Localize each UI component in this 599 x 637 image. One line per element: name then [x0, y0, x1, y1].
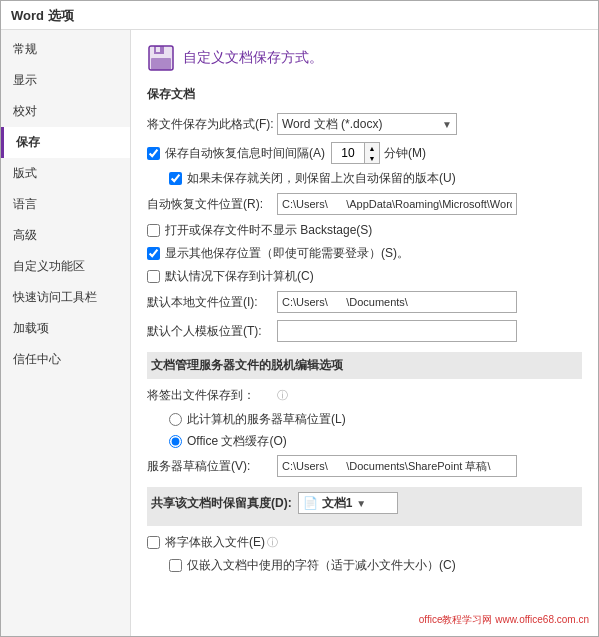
- format-label: 将文件保存为此格式(F):: [147, 116, 277, 133]
- radio-office-label: Office 文档缓存(O): [187, 433, 287, 450]
- server-path-label: 服务器草稿位置(V):: [147, 458, 277, 475]
- minutes-label: 分钟(M): [384, 145, 426, 162]
- embed-used-checkbox[interactable]: [169, 559, 182, 572]
- spin-up[interactable]: ▲: [365, 143, 379, 153]
- shared-row: 共享该文档时保留真度(D): 📄 文档1 ▼: [151, 492, 582, 514]
- section-shared-area: 共享该文档时保留真度(D): 📄 文档1 ▼: [147, 487, 582, 526]
- autosave-minutes-input[interactable]: 10: [332, 143, 364, 163]
- main-panel: 自定义文档保存方式。 保存文档 将文件保存为此格式(F): Word 文档 (*…: [131, 30, 598, 636]
- local-path-input[interactable]: C:\Users\ \Documents\: [277, 291, 517, 313]
- recovery-row: 自动恢复文件位置(R): C:\Users\ \AppData\Roaming\…: [147, 193, 582, 215]
- embed-used-row: 仅嵌入文档中使用的字符（适于减小文件大小）(C): [169, 557, 582, 574]
- doc-icon: 📄: [303, 496, 318, 510]
- section-save-title: 保存文档: [147, 86, 582, 105]
- local-path-label: 默认本地文件位置(I):: [147, 294, 277, 311]
- show-locations-checkbox[interactable]: [147, 247, 160, 260]
- template-path-row: 默认个人模板位置(T):: [147, 320, 582, 342]
- main-header-text: 自定义文档保存方式。: [183, 49, 323, 67]
- shared-doc-value: 文档1: [322, 495, 353, 512]
- checkedout-label: 将签出文件保存到：: [147, 387, 277, 404]
- server-path-input[interactable]: C:\Users\ \Documents\SharePoint 草稿\: [277, 455, 517, 477]
- radio-server-label: 此计算机的服务器草稿位置(L): [187, 411, 346, 428]
- local-path-row: 默认本地文件位置(I): C:\Users\ \Documents\: [147, 291, 582, 313]
- embed-used-label: 仅嵌入文档中使用的字符（适于减小文件大小）(C): [187, 557, 456, 574]
- svg-rect-3: [156, 47, 160, 52]
- embed-fonts-info-icon: ⓘ: [267, 535, 278, 550]
- format-dropdown[interactable]: Word 文档 (*.docx) ▼: [277, 113, 457, 135]
- save-local-row: 默认情况下保存到计算机(C): [147, 268, 582, 285]
- recovery-path-input[interactable]: C:\Users\ \AppData\Roaming\Microsoft\Wor…: [277, 193, 517, 215]
- radio-office[interactable]: [169, 435, 182, 448]
- sidebar-item-加载项[interactable]: 加载项: [1, 313, 130, 344]
- keep-last-checkbox[interactable]: [169, 172, 182, 185]
- sidebar-item-显示[interactable]: 显示: [1, 65, 130, 96]
- main-header: 自定义文档保存方式。: [147, 44, 582, 72]
- format-value: Word 文档 (*.docx): [282, 116, 438, 133]
- save-icon: [147, 44, 175, 72]
- title-bar: Word 选项: [1, 1, 598, 30]
- embed-fonts-row: 将字体嵌入文件(E) ⓘ: [147, 534, 582, 551]
- watermark: office教程学习网 www.office68.com.cn: [419, 613, 589, 627]
- section-shared-title: 共享该文档时保留真度(D):: [151, 495, 292, 512]
- autosave-spinner[interactable]: 10 ▲ ▼: [331, 142, 380, 164]
- template-path-input[interactable]: [277, 320, 517, 342]
- sidebar: 常规显示校对保存版式语言高级自定义功能区快速访问工具栏加载项信任中心: [1, 30, 131, 636]
- autosave-row: 保存自动恢复信息时间间隔(A) 10 ▲ ▼ 分钟(M): [147, 142, 582, 164]
- template-label: 默认个人模板位置(T):: [147, 323, 277, 340]
- sidebar-item-自定义功能区[interactable]: 自定义功能区: [1, 251, 130, 282]
- sidebar-item-常规[interactable]: 常规: [1, 34, 130, 65]
- no-backstage-row: 打开或保存文件时不显示 Backstage(S): [147, 222, 582, 239]
- window-title: Word 选项: [11, 8, 74, 23]
- radio-office-row: Office 文档缓存(O): [169, 433, 582, 450]
- save-local-checkbox[interactable]: [147, 270, 160, 283]
- section-server-title: 文档管理服务器文件的脱机编辑选项: [147, 352, 582, 379]
- embed-fonts-checkbox[interactable]: [147, 536, 160, 549]
- spin-buttons: ▲ ▼: [364, 143, 379, 163]
- radio-server-row: 此计算机的服务器草稿位置(L): [169, 411, 582, 428]
- spin-down[interactable]: ▼: [365, 153, 379, 163]
- format-row: 将文件保存为此格式(F): Word 文档 (*.docx) ▼: [147, 113, 582, 135]
- show-locations-row: 显示其他保存位置（即使可能需要登录）(S)。: [147, 245, 582, 262]
- keep-last-label: 如果未保存就关闭，则保留上次自动保留的版本(U): [187, 170, 456, 187]
- autosave-label: 保存自动恢复信息时间间隔(A): [165, 145, 325, 162]
- save-local-label: 默认情况下保存到计算机(C): [165, 268, 314, 285]
- sidebar-item-版式[interactable]: 版式: [1, 158, 130, 189]
- shared-dropdown[interactable]: 📄 文档1 ▼: [298, 492, 398, 514]
- radio-server[interactable]: [169, 413, 182, 426]
- shared-dropdown-arrow: ▼: [356, 498, 366, 509]
- sidebar-item-信任中心[interactable]: 信任中心: [1, 344, 130, 375]
- content-area: 常规显示校对保存版式语言高级自定义功能区快速访问工具栏加载项信任中心 自定义文档…: [1, 30, 598, 636]
- server-path-row: 服务器草稿位置(V): C:\Users\ \Documents\SharePo…: [147, 455, 582, 477]
- info-icon: ⓘ: [277, 388, 288, 403]
- checkedout-row: 将签出文件保存到： ⓘ: [147, 387, 582, 404]
- no-backstage-checkbox[interactable]: [147, 224, 160, 237]
- sidebar-item-高级[interactable]: 高级: [1, 220, 130, 251]
- show-locations-label: 显示其他保存位置（即使可能需要登录）(S)。: [165, 245, 409, 262]
- sidebar-item-快速访问工具栏[interactable]: 快速访问工具栏: [1, 282, 130, 313]
- format-dropdown-arrow: ▼: [442, 119, 452, 130]
- keep-last-row: 如果未保存就关闭，则保留上次自动保留的版本(U): [169, 170, 582, 187]
- autosave-checkbox[interactable]: [147, 147, 160, 160]
- sidebar-item-语言[interactable]: 语言: [1, 189, 130, 220]
- svg-rect-4: [151, 58, 171, 70]
- sidebar-item-保存[interactable]: 保存: [1, 127, 130, 158]
- sidebar-item-校对[interactable]: 校对: [1, 96, 130, 127]
- embed-fonts-label: 将字体嵌入文件(E): [165, 534, 265, 551]
- recovery-label: 自动恢复文件位置(R):: [147, 196, 277, 213]
- word-options-window: Word 选项 常规显示校对保存版式语言高级自定义功能区快速访问工具栏加载项信任…: [0, 0, 599, 637]
- no-backstage-label: 打开或保存文件时不显示 Backstage(S): [165, 222, 372, 239]
